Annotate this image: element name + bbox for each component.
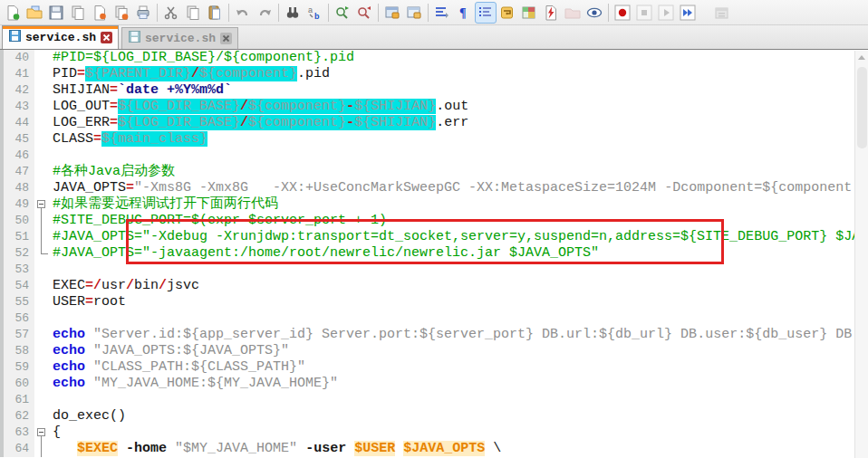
play-macro-multiple-icon[interactable] — [677, 2, 699, 24]
fold-margin — [34, 213, 53, 229]
fold-margin — [34, 245, 53, 262]
fold-marker-icon[interactable] — [34, 425, 53, 441]
line-number: 52 — [4, 245, 34, 262]
open-file-icon[interactable] — [24, 2, 45, 24]
code-line[interactable]: 58echo "JAVA_OPTS:${JAVA_OPTS}" — [4, 343, 868, 359]
fold-margin — [34, 229, 53, 245]
fold-margin — [34, 180, 53, 196]
line-number: 63 — [4, 425, 34, 441]
show-paragraph-icon[interactable]: ¶ — [453, 2, 475, 24]
window-lock-icon[interactable] — [381, 2, 403, 24]
code-line[interactable]: 62do_exec() — [4, 408, 868, 425]
vertical-scrollbar[interactable] — [854, 51, 868, 458]
line-number: 61 — [4, 392, 34, 408]
code-line[interactable]: 49#如果需要远程调试打开下面两行代码 — [4, 196, 868, 213]
redo-icon[interactable] — [254, 2, 275, 24]
line-numbers-icon[interactable] — [475, 2, 497, 24]
copy-icon[interactable] — [182, 2, 204, 24]
fold-margin — [34, 262, 53, 278]
code-line[interactable]: 40#PID=${LOG_DIR_BASE}/${component}.pid — [4, 50, 868, 66]
scroll-up-icon[interactable] — [858, 55, 865, 60]
tab-service.sh-0[interactable]: service.sh — [2, 25, 119, 49]
fold-margin — [34, 408, 53, 425]
flash-script-icon[interactable] — [540, 2, 562, 24]
window-unlock-icon[interactable] — [403, 2, 425, 24]
line-number: 44 — [4, 115, 34, 131]
code-text: do_exec() — [53, 408, 126, 425]
code-text: SHIJIAN=`date +%Y%m%d` — [53, 82, 232, 99]
code-line[interactable]: 54EXEC=/usr/bin/jsvc — [4, 278, 868, 294]
preview-icon[interactable] — [583, 2, 605, 24]
line-number: 64 — [4, 441, 34, 457]
svg-text:b: b — [314, 12, 320, 21]
code-line[interactable]: 42SHIJIAN=`date +%Y%m%d` — [4, 82, 868, 99]
new-file-icon[interactable] — [2, 2, 24, 24]
toolbar-separator — [428, 4, 429, 22]
svg-text:a: a — [308, 5, 313, 14]
line-number: 41 — [4, 66, 34, 82]
code-line[interactable]: 60echo "MY_JAVA_HOME:${MY_JAVA_HOME}" — [4, 376, 868, 392]
code-line[interactable]: 46 — [4, 148, 868, 164]
folder-favorites-icon — [562, 2, 583, 24]
code-line[interactable]: 56 — [4, 310, 868, 327]
line-number: 62 — [4, 408, 34, 425]
editor-window: ab¶ service.shservice.sh 40#PID=${LOG_DI… — [0, 0, 868, 458]
fold-margin — [34, 376, 53, 392]
code-line[interactable]: 44LOG_ERR=${LOG_DIR_BASE}/${component}-$… — [4, 115, 868, 131]
code-line[interactable]: 47#各种Java启动参数 — [4, 164, 868, 180]
record-macro-icon[interactable] — [612, 2, 633, 24]
close-file-icon[interactable] — [89, 2, 111, 24]
file-save-icon — [9, 30, 21, 45]
paste-icon[interactable] — [204, 2, 226, 24]
replace-icon[interactable]: ab — [304, 2, 325, 24]
code-line[interactable]: 50#SITE_DEBUG_PORT=$(expr $server_port +… — [4, 213, 868, 229]
code-text: { — [53, 425, 61, 441]
fold-margin — [34, 99, 53, 115]
undo-icon[interactable] — [232, 2, 254, 24]
line-number: 45 — [4, 131, 34, 148]
code-line[interactable]: 52#JAVA_OPTS="-javaagent:/home/root/newr… — [4, 245, 868, 262]
code-line[interactable]: 59echo "CLASS_PATH:${CLASS_PATH}" — [4, 359, 868, 376]
code-line[interactable]: 57echo "Server.id:${app_server_id} Serve… — [4, 327, 868, 343]
code-line[interactable]: 63{ — [4, 425, 868, 441]
fold-margin — [34, 310, 53, 327]
tab-close-icon[interactable] — [220, 33, 232, 44]
code-line[interactable]: 41PID=${PARENT_DIR}/${component}.pid — [4, 66, 868, 82]
print-icon[interactable] — [132, 2, 154, 24]
line-number: 57 — [4, 327, 34, 343]
code-line[interactable]: 53 — [4, 262, 868, 278]
fold-marker-icon[interactable] — [34, 196, 53, 213]
tab-label: service.sh — [25, 31, 96, 44]
tab-service.sh-1[interactable]: service.sh — [121, 27, 238, 49]
tab-close-icon[interactable] — [101, 32, 112, 43]
fold-margin — [34, 82, 53, 99]
line-number: 51 — [4, 229, 34, 245]
word-wrap-icon[interactable] — [497, 2, 518, 24]
stop-macro-icon — [633, 2, 655, 24]
code-text: LOG_ERR=${LOG_DIR_BASE}/${component}-${S… — [53, 115, 468, 131]
find-icon[interactable] — [282, 2, 304, 24]
code-line[interactable]: 45CLASS=${main_class} — [4, 131, 868, 148]
code-line[interactable]: 64 $EXEC -home "$MY_JAVA_HOME" -user $US… — [4, 441, 868, 457]
line-number: 43 — [4, 99, 34, 115]
save-icon[interactable] — [45, 2, 67, 24]
code-line[interactable]: 48JAVA_OPTS="-Xms8G -Xmx8G -XX:+UseConcM… — [4, 180, 868, 196]
fold-margin — [34, 278, 53, 294]
code-line[interactable]: 61 — [4, 392, 868, 408]
scrollbar-thumb[interactable] — [857, 67, 867, 148]
cut-icon[interactable] — [160, 2, 182, 24]
code-line[interactable]: 55USER=root — [4, 294, 868, 310]
fold-margin — [34, 164, 53, 180]
code-line[interactable]: 43LOG_OUT=${LOG_DIR_BASE}/${component}-$… — [4, 99, 868, 115]
find-next-icon[interactable] — [332, 2, 353, 24]
color-map-icon[interactable] — [518, 2, 540, 24]
line-number: 48 — [4, 180, 34, 196]
save-all-icon[interactable] — [67, 2, 89, 24]
code-editor[interactable]: 40#PID=${LOG_DIR_BASE}/${component}.pid4… — [0, 50, 868, 457]
toolbar-separator — [278, 4, 279, 22]
find-previous-icon[interactable] — [353, 2, 375, 24]
code-text: echo "Server.id:${app_server_id} Server.… — [53, 327, 852, 343]
reformat-icon[interactable] — [431, 2, 453, 24]
close-all-icon[interactable] — [111, 2, 132, 24]
code-line[interactable]: 51#JAVA_OPTS="-Xdebug -Xrunjdwp:transpor… — [4, 229, 868, 245]
